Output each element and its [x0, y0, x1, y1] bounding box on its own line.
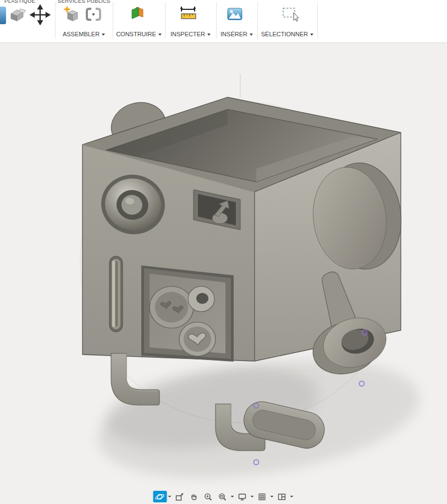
pan-button[interactable]	[187, 491, 201, 502]
heart-medallion[interactable]	[179, 322, 216, 356]
grid-snaps-dropdown[interactable]	[269, 491, 274, 502]
partial-group-label[interactable]: R	[0, 34, 11, 40]
dropdown-caret-icon	[207, 34, 211, 36]
orbit-icon	[155, 492, 165, 502]
form-icon[interactable]	[9, 5, 28, 24]
dropdown-caret-icon	[271, 496, 274, 497]
select-box-icon[interactable]	[280, 4, 301, 25]
toolbar-group-construire: CONSTRUIRE	[113, 2, 165, 40]
dropdown-caret-icon	[310, 34, 313, 36]
tab-plastique[interactable]: PLASTIQUE	[4, 0, 35, 4]
new-component-icon[interactable]	[62, 4, 81, 24]
zoom-icon	[203, 492, 213, 502]
measure-icon[interactable]	[177, 4, 200, 24]
toolbar-group-inserer: INSÉRER	[216, 2, 257, 40]
viewports-button[interactable]	[275, 491, 289, 502]
fit-icon	[218, 492, 228, 502]
dropdown-caret-icon	[102, 34, 105, 36]
orbit-dropdown[interactable]	[167, 491, 172, 502]
display-settings-icon	[238, 492, 247, 502]
viewports-icon	[277, 492, 287, 502]
zoom-button[interactable]	[201, 491, 215, 502]
toolbar-group-inspecter: INSPECTER	[165, 2, 216, 40]
look-at-button[interactable]	[173, 491, 186, 502]
scene-canvas[interactable]	[0, 42, 447, 504]
orbit-button[interactable]	[153, 491, 167, 502]
dropdown-caret-icon	[158, 34, 162, 36]
look-at-icon	[175, 492, 185, 502]
ring-medallion[interactable]	[188, 286, 214, 312]
toolbar-group-selectionner: SÉLECTIONNER	[257, 2, 317, 40]
pan-icon	[189, 492, 199, 502]
toolbar-group-assembler: ASSEMBLER	[55, 2, 113, 40]
dropdown-caret-icon	[168, 496, 172, 497]
display-settings-button[interactable]	[235, 491, 249, 502]
dropdown-caret-icon	[231, 496, 234, 497]
app-window: PLASTIQUE SERVICES PUBLICS R	[0, 0, 447, 504]
sketch-icon[interactable]	[0, 7, 6, 24]
inserer-menu-button[interactable]: INSÉRER	[216, 31, 257, 37]
viewports-dropdown[interactable]	[289, 491, 294, 502]
construire-menu-button[interactable]: CONSTRUIRE	[113, 31, 165, 37]
insert-image-icon[interactable]	[225, 4, 245, 24]
grid-snaps-button[interactable]	[255, 491, 269, 502]
top-toolbar: PLASTIQUE SERVICES PUBLICS R	[0, 0, 447, 42]
fit-button[interactable]	[216, 491, 229, 502]
toolbar-separator	[317, 2, 318, 38]
construction-plane-icon[interactable]	[128, 4, 148, 24]
move-icon[interactable]	[30, 4, 51, 25]
view-navigation-bar	[153, 491, 294, 502]
heart-glasses-medallion[interactable]	[150, 286, 194, 328]
grid-icon	[257, 492, 267, 502]
dropdown-caret-icon	[290, 496, 294, 497]
dropdown-caret-icon	[250, 34, 253, 36]
dropdown-caret-icon	[251, 496, 254, 497]
selectionner-menu-button[interactable]: SÉLECTIONNER	[257, 31, 317, 37]
inspecter-menu-button[interactable]: INSPECTER	[165, 31, 216, 37]
front-panel[interactable]	[141, 265, 234, 362]
front-slot[interactable]	[109, 256, 123, 332]
display-settings-dropdown[interactable]	[250, 491, 255, 502]
joint-icon[interactable]	[84, 4, 103, 24]
left-foot[interactable]	[111, 353, 159, 405]
fit-dropdown[interactable]	[230, 491, 235, 502]
assembler-menu-button[interactable]: ASSEMBLER	[55, 31, 113, 37]
model-viewport[interactable]	[0, 42, 447, 504]
